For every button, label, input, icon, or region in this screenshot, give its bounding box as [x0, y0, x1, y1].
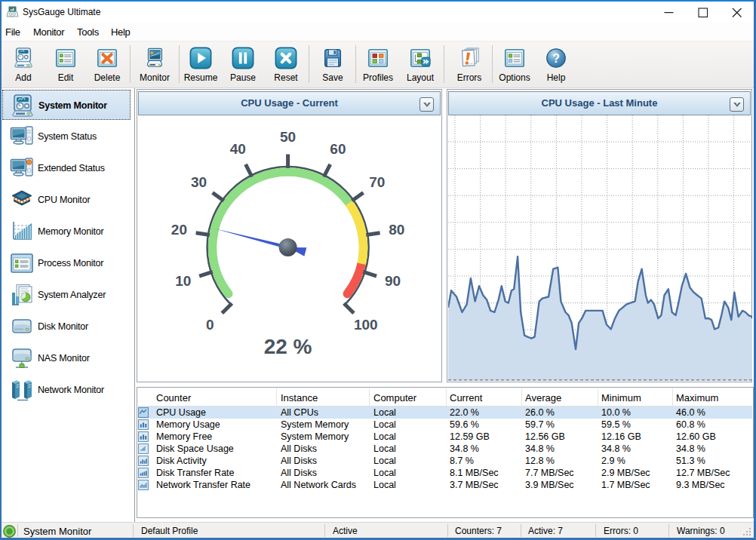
svg-text:70: 70 [369, 174, 385, 190]
svg-text:80: 80 [389, 222, 404, 238]
svg-text:90: 90 [385, 273, 401, 289]
svg-text:0: 0 [206, 317, 214, 333]
svg-text:22 %: 22 % [264, 335, 312, 358]
svg-text:50: 50 [280, 129, 296, 145]
svg-text:60: 60 [330, 141, 346, 157]
svg-text:30: 30 [191, 174, 207, 190]
svg-text:40: 40 [230, 141, 246, 157]
svg-text:?: ? [552, 52, 560, 65]
svg-text:20: 20 [171, 222, 187, 238]
svg-text:10: 10 [175, 273, 191, 289]
svg-text:100: 100 [354, 317, 378, 333]
